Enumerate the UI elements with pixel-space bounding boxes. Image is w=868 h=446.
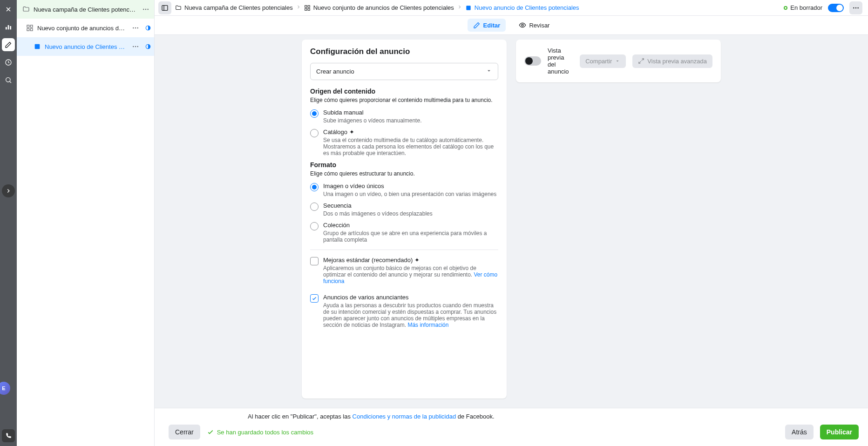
svg-rect-9 <box>30 25 33 27</box>
icon-rail: E <box>0 0 17 446</box>
rail-expand-icon[interactable] <box>2 184 15 197</box>
rail-search-icon[interactable] <box>2 74 15 87</box>
tree-ad-menu-icon[interactable] <box>130 41 141 52</box>
ad-icon <box>34 43 41 50</box>
tree-adset-status-icon <box>145 25 151 31</box>
radio-icon <box>310 183 319 191</box>
pencil-icon <box>473 21 481 29</box>
rail-clock-icon[interactable] <box>2 56 15 69</box>
advanced-preview-button[interactable]: Vista previa avanzada <box>632 54 712 68</box>
breadcrumb: Nueva campaña de Clientes potenciales Nu… <box>175 4 780 11</box>
rail-edit-icon[interactable] <box>2 38 15 51</box>
rail-phone-icon[interactable] <box>2 429 15 442</box>
svg-point-27 <box>853 7 854 8</box>
tab-review[interactable]: Revisar <box>513 19 555 32</box>
multi-advertiser-checkbox-row[interactable]: Anuncios de varios anunciantes Ayuda a l… <box>310 294 498 328</box>
publish-button[interactable]: Publicar <box>820 425 859 439</box>
close-button[interactable]: Cerrar <box>169 425 200 439</box>
tree-ad-label: Nuevo anuncio de Clientes po... <box>45 43 126 50</box>
svg-point-13 <box>135 27 136 28</box>
svg-point-12 <box>133 27 134 28</box>
enhancements-checkbox-row[interactable]: Mejoras estándar (recomendado)✦ Aplicare… <box>310 257 498 284</box>
tab-edit[interactable]: Editar <box>468 19 506 32</box>
svg-point-30 <box>522 24 523 26</box>
origin-opt1-label: Subida manual <box>323 109 421 116</box>
save-status-label: Se han guardado todos los cambios <box>217 429 313 436</box>
origin-option-catalog[interactable]: Catálogo✦ Se usa el contenido multimedia… <box>310 128 498 156</box>
back-button[interactable]: Atrás <box>785 425 814 439</box>
folder-icon <box>22 6 30 13</box>
terms-link[interactable]: Condiciones y normas de la publicidad <box>353 413 456 420</box>
tree-campaign[interactable]: Nueva campaña de Clientes potenciales <box>17 0 154 19</box>
origin-option-manual[interactable]: Subida manual Sube imágenes o vídeos man… <box>310 109 498 124</box>
ad-config-card: Configuración del anuncio Crear anuncio … <box>302 40 507 399</box>
format-option-single[interactable]: Imagen o vídeo únicos Una imagen o un ví… <box>310 182 498 197</box>
rail-avatar[interactable]: E <box>0 382 10 395</box>
format-opt3-label: Colección <box>323 222 498 229</box>
origin-opt1-desc: Sube imágenes o vídeos manualmente. <box>323 117 421 124</box>
tree-campaign-menu-icon[interactable] <box>140 4 151 15</box>
tree-adset-menu-icon[interactable] <box>130 22 141 34</box>
multi-desc: Ayuda a las personas a descubrir tus pro… <box>323 302 498 328</box>
footer-disclaimer: Al hacer clic en "Publicar", aceptas las… <box>164 413 859 420</box>
breadcrumb-campaign[interactable]: Nueva campaña de Clientes potenciales <box>175 4 293 11</box>
format-sub: Elige cómo quieres estructurar tu anunci… <box>310 170 498 177</box>
tree-adset[interactable]: Nuevo conjunto de anuncios de ... <box>17 19 154 37</box>
tree-sidebar: Nueva campaña de Clientes potenciales Nu… <box>17 0 155 446</box>
tree-adset-label: Nuevo conjunto de anuncios de ... <box>37 25 126 32</box>
rail-chart-icon[interactable] <box>2 20 15 34</box>
tree-ad[interactable]: Nuevo anuncio de Clientes po... <box>17 37 154 56</box>
format-heading: Formato <box>310 161 498 169</box>
chevron-right-icon <box>457 4 462 11</box>
enh-label: Mejoras estándar (recomendado)✦ <box>323 257 498 264</box>
share-button[interactable]: Compartir <box>580 54 626 68</box>
topbar-right: En borrador <box>784 1 864 14</box>
topbar-more-button[interactable] <box>849 1 862 14</box>
breadcrumb-campaign-label: Nueva campaña de Clientes potenciales <box>184 4 293 11</box>
svg-point-29 <box>857 7 858 8</box>
main-pane: Nueva campaña de Clientes potenciales Nu… <box>155 0 868 446</box>
ad-type-select[interactable]: Crear anuncio <box>310 63 498 80</box>
format-option-collection[interactable]: Colección Grupo de artículos que se abre… <box>310 222 498 243</box>
radio-icon <box>310 222 319 230</box>
svg-rect-1 <box>8 25 9 29</box>
format-opt2-desc: Dos o más imágenes o vídeos desplazables <box>323 210 433 217</box>
svg-rect-23 <box>308 5 310 7</box>
preview-toggle[interactable] <box>524 56 541 66</box>
rail-close-icon[interactable] <box>2 3 15 16</box>
origin-heading: Origen del contenido <box>310 88 498 95</box>
divider <box>310 250 498 250</box>
breadcrumb-ad[interactable]: Nuevo anuncio de Clientes potenciales <box>465 4 579 11</box>
radio-icon <box>310 203 319 211</box>
tab-review-label: Revisar <box>529 22 549 29</box>
svg-rect-25 <box>308 8 310 10</box>
draft-status-label: En borrador <box>790 4 822 11</box>
breadcrumb-adset[interactable]: Nuevo conjunto de anuncios de Clientes p… <box>304 4 454 11</box>
collapse-sidebar-button[interactable] <box>158 1 171 14</box>
status-dot-icon <box>784 6 787 10</box>
multi-label: Anuncios de varios anunciantes <box>323 294 498 301</box>
tab-edit-label: Editar <box>483 22 501 29</box>
eye-icon <box>519 21 526 29</box>
svg-point-6 <box>145 9 146 10</box>
origin-opt2-label: Catálogo✦ <box>323 128 498 135</box>
multi-link[interactable]: Más información <box>407 322 448 328</box>
status-toggle[interactable] <box>828 4 844 12</box>
svg-point-4 <box>6 78 10 82</box>
svg-point-14 <box>137 27 138 28</box>
sparkle-icon: ✦ <box>414 257 420 264</box>
svg-rect-21 <box>162 5 168 10</box>
checkbox-icon <box>310 257 319 265</box>
svg-rect-24 <box>305 8 306 10</box>
radio-icon <box>310 129 319 137</box>
chevron-right-icon <box>296 4 301 11</box>
ad-config-title: Configuración del anuncio <box>310 47 498 56</box>
adset-icon <box>304 5 311 11</box>
content-scroll[interactable]: Configuración del anuncio Crear anuncio … <box>155 35 868 408</box>
svg-rect-26 <box>466 6 470 10</box>
svg-point-7 <box>147 9 148 10</box>
ad-icon <box>465 5 472 11</box>
svg-rect-8 <box>27 25 29 27</box>
format-option-carousel[interactable]: Secuencia Dos o más imágenes o vídeos de… <box>310 202 498 217</box>
svg-rect-11 <box>30 28 33 31</box>
